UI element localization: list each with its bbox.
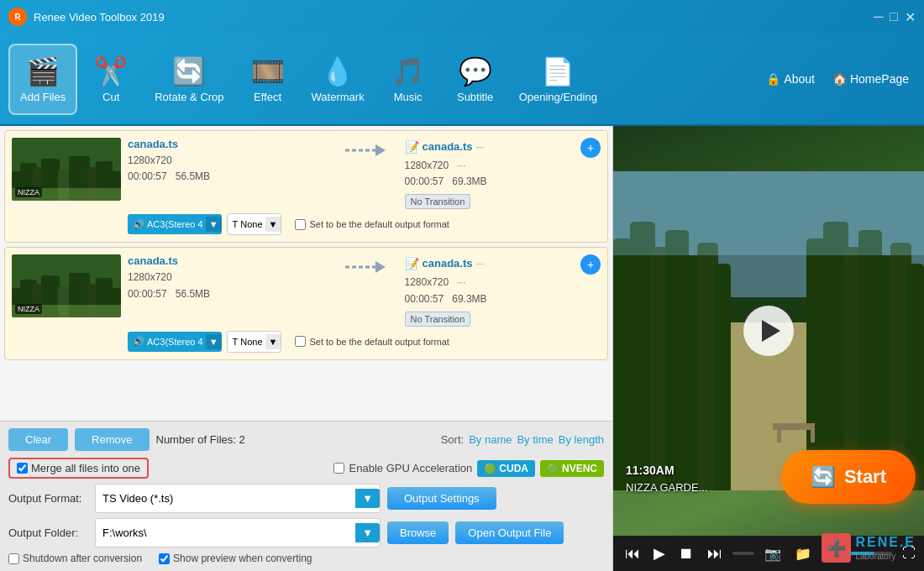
output-folder-label: Output Folder: [8,526,88,539]
watermark-icon: 💧 [321,55,354,87]
add-output-button-2[interactable]: + [580,254,601,275]
merge-checkbox[interactable] [17,463,28,474]
app-title: Renee Video Toolbox 2019 [34,11,874,24]
clear-button[interactable]: Clear [8,428,68,451]
skip-back-button[interactable]: ⏮ [622,543,643,564]
sort-by-time[interactable]: By time [517,433,553,446]
skip-forward-button[interactable]: ⏭ [704,543,726,564]
file-info-1: canada.ts 1280x720 00:00:57 56.5MB [128,138,324,185]
open-output-button[interactable]: Open Output File [455,521,564,544]
svg-marker-12 [375,144,386,156]
output-info-1: 📝 canada.ts ··· + 1280x720 ··· 00:00:57 [405,138,601,208]
merge-checkbox-area[interactable]: Merge all files into one [8,458,149,479]
gpu-label: Enable GPU Acceleration [349,462,473,474]
file-item-bottom-2: 🔊 AC3(Stereo 4 ▼ T None ▼ Set to be the … [12,331,601,353]
transition-badge-1: No Transition [405,194,471,209]
toolbar-cut[interactable]: ✂️ Cut [77,44,144,115]
file-item-top: NIZZA canada.ts 1280x720 00:00:57 56.5MB [12,138,601,208]
toolbar-music[interactable]: 🎵 Music [375,44,442,115]
add-output-button-1[interactable]: + [580,138,601,158]
start-button[interactable]: 🔄 Start [781,450,916,504]
effect-icon: 🎞️ [251,55,285,87]
output-header-2: 📝 canada.ts ··· + [405,254,601,275]
toolbar-cut-label: Cut [102,91,119,103]
svg-rect-35 [714,264,731,490]
toolbar-rotate-crop-label: Rotate & Crop [155,91,223,103]
rene-logo: ➕ RENE.E Laboratory [822,533,916,563]
bottom-controls: Clear Remove Number of Files: 2 Sort: By… [0,421,612,571]
toolbar-music-label: Music [394,91,423,103]
toolbar-right: 🔒 About 🏠 HomePage [759,68,916,90]
bottom-row1: Clear Remove Number of Files: 2 Sort: By… [8,428,604,451]
sort-by-length[interactable]: By length [559,433,604,446]
about-button[interactable]: 🔒 About [759,68,822,90]
close-button[interactable]: ✕ [905,9,916,25]
format-select[interactable]: TS Video (*.ts) ▼ [95,484,381,513]
default-format-check-2: Set to be the default output format [295,336,449,347]
browse-button[interactable]: Browse [387,521,449,544]
default-format-check-1: Set to be the default output format [295,219,449,230]
toolbar-add-files[interactable]: 🎬 Add Files [8,44,77,115]
sort-by-name[interactable]: By name [469,433,512,446]
bottom-row4: Output Folder: F:\works\ ▼ Browse Open O… [8,518,604,547]
default-format-checkbox-1[interactable] [295,219,306,230]
sort-area: Sort: By name By time By length [441,433,604,446]
video-location: NIZZA GARDE... [626,481,708,494]
toolbar-subtitle-label: Subtitle [457,91,493,103]
toolbar-rotate-crop[interactable]: 🔄 Rotate & Crop [144,44,234,115]
toolbar-effect-label: Effect [254,91,281,103]
home-icon: 🏠 [832,72,847,86]
output-header-1: 📝 canada.ts ··· + [405,138,601,158]
gpu-acceleration-checkbox[interactable] [333,463,344,474]
svg-rect-46 [613,171,924,255]
default-format-checkbox-2[interactable] [295,336,306,347]
toolbar-opening-ending-label: Opening/Ending [519,91,597,103]
preview-label: Show preview when converting [173,553,312,564]
file-item: NIZZA canada.ts 1280x720 00:00:57 56.5MB [4,130,608,243]
audio-track-select-2[interactable]: 🔊 AC3(Stereo 4 ▼ [128,332,222,352]
toolbar-effect[interactable]: 🎞️ Effect [234,44,302,115]
subtitle-select-arrow-2: ▼ [265,334,281,349]
audio-select-arrow-2: ▼ [206,334,222,349]
maximize-button[interactable]: □ [890,9,898,25]
cuda-badge: 🟢 CUDA [477,460,535,477]
music-icon: 🎵 [391,55,425,87]
arrow-icon-1 [344,138,386,163]
preview-checkbox[interactable] [159,553,170,564]
preview-check: Show preview when converting [159,553,312,564]
stop-button[interactable]: ⏹ [675,543,697,564]
rene-logo-icon: ➕ [822,533,851,563]
subtitle-track-select-1[interactable]: T None ▼ [227,213,282,235]
toolbar-watermark-label: Watermark [312,91,365,103]
output-settings-button[interactable]: Output Settings [387,487,496,510]
output-filedetails-2: 1280x720 ··· 00:00:57 69.3MB [405,275,601,306]
folder-select[interactable]: F:\works\ ▼ [95,518,381,547]
svg-rect-44 [777,430,781,443]
remove-button[interactable]: Remove [75,428,149,451]
filedetails-2: 1280x720 00:00:57 56.5MB [128,270,324,301]
output-info-2: 📝 canada.ts ··· + 1280x720 ··· 00:00:57 [405,254,601,325]
file-item-2: NIZZA canada.ts 1280x720 00:00:57 56.5MB [4,247,608,359]
output-format-label: Output Format: [8,492,88,505]
toolbar-watermark[interactable]: 💧 Watermark [302,44,375,115]
minimize-button[interactable]: ─ [874,9,883,25]
folder-button[interactable]: 📁 [791,544,815,563]
screenshot-button[interactable]: 📷 [761,544,785,563]
nvidia-cuda-icon: 🟢 [484,463,496,474]
thumbnail-overlay-1: NIZZA [15,187,42,197]
audio-track-select-1[interactable]: 🔊 AC3(Stereo 4 ▼ [128,214,222,234]
toolbar-subtitle[interactable]: 💬 Subtitle [442,44,509,115]
file-count: Number of Files: 2 [156,433,245,446]
shutdown-checkbox[interactable] [8,553,19,564]
shutdown-label: Shutdown after conversion [23,553,142,564]
rotate-crop-icon: 🔄 [172,55,206,87]
bottom-row5: Shutdown after conversion Show preview w… [8,553,604,564]
filename-2: canada.ts [128,254,324,267]
homepage-button[interactable]: 🏠 HomePage [826,68,916,90]
subtitle-track-select-2[interactable]: T None ▼ [227,331,282,353]
nvenc-badge: 🟢 NVENC [540,460,604,477]
progress-bar[interactable] [732,552,754,555]
play-button[interactable] [743,306,794,356]
toolbar-opening-ending[interactable]: 📄 Opening/Ending [509,44,607,115]
play-pause-button[interactable]: ▶ [650,542,669,564]
